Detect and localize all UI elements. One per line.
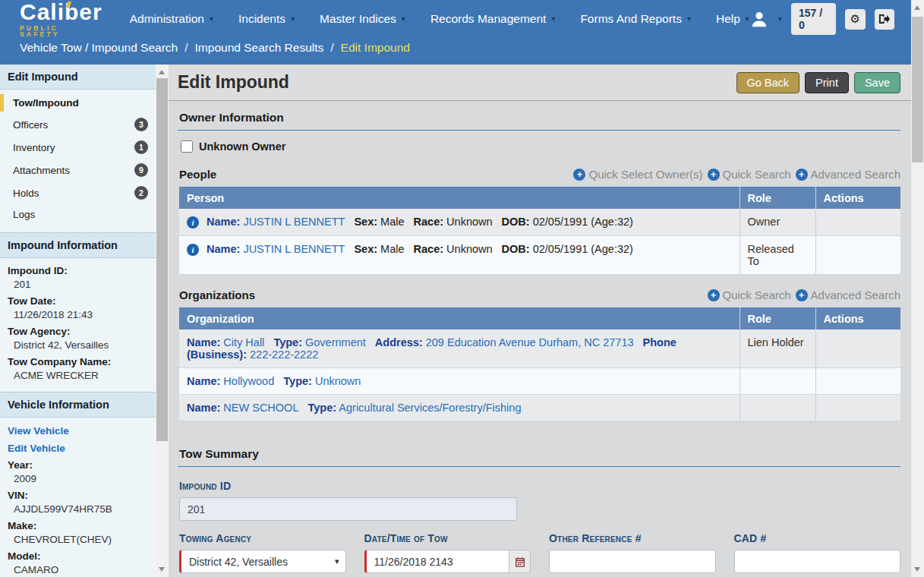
field-label: Year: [0, 456, 156, 471]
logout-icon [878, 14, 890, 24]
sidebar-item-holds[interactable]: Holds2 [0, 181, 156, 204]
breadcrumb-search-results[interactable]: Impound Search Results [195, 41, 324, 55]
plus-circle-icon: + [796, 289, 808, 301]
caliber-logo[interactable]: Caliber PUBLIC SAFETY [20, 1, 102, 38]
go-back-button[interactable]: Go Back [736, 72, 800, 93]
sidebar-scrollbar[interactable] [156, 65, 169, 577]
person-name-link[interactable]: JUSTIN L BENNETT [243, 216, 345, 228]
table-row: Name: NEW SCHOOL Type: Agricultural Serv… [179, 395, 900, 421]
quick-select-owners-link[interactable]: +Quick Select Owner(s) [573, 168, 702, 181]
person-name-link[interactable]: JUSTIN L BENNETT [243, 243, 345, 255]
page-title-bar: Edit Impound Go Back Print Save [169, 65, 911, 101]
main-menu: Administration▾ Incidents▾ Master Indice… [130, 12, 749, 26]
gear-icon: ⚙ [850, 12, 860, 26]
org-advanced-search-link[interactable]: +Advanced Search [796, 288, 900, 301]
count-badge: 1 [134, 140, 148, 154]
role-cell [740, 395, 815, 421]
org-quick-search-link[interactable]: +Quick Search [708, 288, 791, 301]
user-icon[interactable] [749, 9, 769, 29]
field-label: VIN: [0, 486, 156, 501]
scroll-down-arrow-icon[interactable] [159, 567, 165, 572]
scrollbar-thumb[interactable] [912, 17, 923, 162]
menu-records-management[interactable]: Records Management▾ [430, 12, 556, 26]
top-navigation-bar: Caliber PUBLIC SAFETY Administration▾ In… [0, 0, 911, 65]
date-time-of-tow-label: Date/Time of Tow [364, 532, 531, 544]
caret-down-icon: ▾ [551, 15, 555, 23]
field-value: District 42, Versailles [0, 337, 156, 352]
main-content: Edit Impound Go Back Print Save Owner In… [169, 65, 911, 577]
count-badge: 9 [134, 163, 148, 177]
caret-down-icon: ▾ [687, 15, 691, 23]
sidebar: Edit Impound Tow/Impound Officers3 Inven… [0, 65, 156, 577]
date-time-of-tow-field[interactable] [364, 550, 510, 573]
organization-name-link[interactable]: Hollywood [223, 375, 274, 387]
print-button[interactable]: Print [805, 72, 849, 93]
plus-circle-icon: + [708, 169, 720, 181]
menu-forms-and-reports[interactable]: Forms And Reports▾ [580, 12, 691, 26]
app-window: Caliber PUBLIC SAFETY Administration▾ In… [0, 0, 924, 577]
table-row: Name: City Hall Type: Government Address… [179, 329, 900, 368]
impound-id-label: Impound ID [179, 480, 900, 492]
logo-title: Caliber [20, 0, 102, 24]
menu-master-indices[interactable]: Master Indices▾ [320, 12, 405, 26]
role-cell: Owner [740, 209, 815, 236]
people-title: People [179, 168, 216, 181]
logo-subtitle: PUBLIC SAFETY [20, 25, 102, 38]
other-reference-field[interactable] [549, 550, 716, 573]
sidebar-item-attachments[interactable]: Attachments9 [0, 159, 156, 181]
unknown-owner-label: Unknown Owner [199, 140, 285, 153]
field-value: ACME WRECKER [0, 367, 156, 383]
breadcrumb-impound-search[interactable]: Vehicle Tow / Impound Search [20, 41, 178, 55]
logout-button[interactable] [875, 9, 894, 30]
sidebar-item-tow-impound[interactable]: Tow/Impound [0, 93, 156, 113]
people-advanced-search-link[interactable]: +Advanced Search [796, 168, 900, 181]
sidebar-item-officers[interactable]: Officers3 [0, 113, 156, 136]
record-count-badge[interactable]: 157 / 0 [791, 3, 836, 35]
role-cell: Lien Holder [740, 329, 815, 368]
sidebar-title: Edit Impound [0, 65, 156, 90]
page-scrollbar[interactable] [911, 0, 924, 577]
breadcrumb: Vehicle Tow / Impound Search / Impound S… [0, 41, 911, 55]
user-caret-down-icon[interactable]: ▾ [778, 15, 782, 23]
sidebar-item-inventory[interactable]: Inventory1 [0, 136, 156, 159]
sidebar-item-logs[interactable]: Logs [0, 204, 156, 225]
column-header-role: Role [740, 188, 815, 210]
field-label: Tow Company Name: [0, 352, 156, 367]
info-icon[interactable]: i [187, 216, 199, 229]
column-header-organization: Organization [179, 308, 740, 330]
caret-down-icon: ▾ [210, 15, 213, 23]
field-label: Impound ID: [0, 261, 156, 276]
actions-cell [815, 236, 900, 275]
menu-incidents[interactable]: Incidents▾ [238, 12, 295, 26]
scroll-up-arrow-icon[interactable] [159, 70, 165, 74]
scroll-up-arrow-icon[interactable] [914, 5, 920, 10]
view-vehicle-link[interactable]: View Vehicle [0, 421, 156, 438]
unknown-owner-checkbox[interactable] [181, 140, 193, 153]
vehicle-information-fields: View Vehicle Edit Vehicle Year: 2009 VIN… [0, 418, 156, 577]
table-row: i Name: JUSTIN L BENNETT Sex: Male Race:… [179, 209, 900, 236]
role-cell [740, 368, 815, 395]
actions-cell [815, 209, 900, 236]
towing-agency-select[interactable]: District 42, Versailles ▾ [179, 550, 346, 573]
people-quick-search-link[interactable]: +Quick Search [708, 168, 791, 181]
impound-information-fields: Impound ID: 201 Tow Date: 11/26/2018 21:… [0, 258, 156, 389]
menu-help[interactable]: Help▾ [716, 12, 749, 26]
scroll-down-arrow-icon[interactable] [914, 567, 920, 572]
role-cell: Released To [740, 236, 815, 275]
info-icon[interactable]: i [187, 244, 199, 256]
calendar-picker-button[interactable] [509, 550, 531, 573]
caret-down-icon: ▾ [402, 15, 405, 23]
menu-administration[interactable]: Administration▾ [130, 12, 213, 26]
cad-number-field[interactable] [734, 550, 901, 573]
organization-name-link[interactable]: City Hall [223, 336, 264, 348]
field-label: Tow Agency: [0, 322, 156, 337]
field-label: Make: [0, 516, 156, 531]
tow-summary-title: Tow Summary [178, 447, 900, 467]
settings-button[interactable]: ⚙ [845, 9, 865, 30]
organization-name-link[interactable]: NEW SCHOOL [223, 402, 298, 414]
edit-vehicle-link[interactable]: Edit Vehicle [0, 438, 156, 456]
chevron-down-icon: ▾ [335, 557, 339, 566]
save-button[interactable]: Save [854, 72, 900, 93]
scrollbar-thumb[interactable] [156, 78, 168, 441]
other-reference-label: Other Reference # [549, 532, 716, 544]
